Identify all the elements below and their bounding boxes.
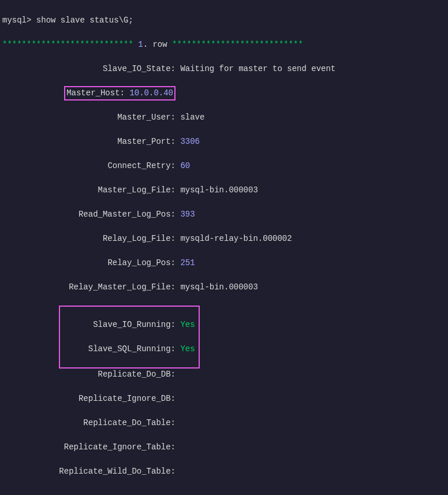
terminal-pane-1[interactable]: mysql> show slave status\G; ************… xyxy=(0,0,448,495)
highlight-slave-running-block: Slave_IO_Running: Yes Slave_SQL_Running:… xyxy=(59,306,200,369)
kv-slave-io-state: Slave_IO_State: Waiting for master to se… xyxy=(2,63,446,75)
row-label: . row xyxy=(143,40,167,49)
mysql-prompt: mysql> xyxy=(2,16,31,25)
kv-master-host: Master_Host: 10.0.0.40 xyxy=(2,87,446,99)
kv-relay-log-file: Relay_Log_File: mysqld-relay-bin.000002 xyxy=(2,233,446,245)
kv-replicate-wild-do-table: Replicate_Wild_Do_Table: xyxy=(2,466,446,478)
kv-master-log-file: Master_Log_File: mysql-bin.000003 xyxy=(2,184,446,196)
kv-connect-retry: Connect_Retry: 60 xyxy=(2,160,446,172)
prompt-line: mysql> show slave status\G; xyxy=(2,14,446,27)
highlight-master-host: Master_Host: 10.0.0.40 xyxy=(64,86,176,101)
kv-replicate-ignore-table: Replicate_Ignore_Table: xyxy=(2,441,446,453)
kv-master-port: Master_Port: 3306 xyxy=(2,136,446,148)
command-text: show slave status\G; xyxy=(36,16,133,25)
stars-left: *************************** xyxy=(2,40,133,49)
kv-read-master-log-pos: Read_Master_Log_Pos: 393 xyxy=(2,209,446,221)
kv-replicate-do-db: Replicate_Do_DB: xyxy=(2,369,446,381)
row-number: 1 xyxy=(138,40,143,49)
kv-master-user: Master_User: slave xyxy=(2,111,446,124)
kv-replicate-ignore-db: Replicate_Ignore_DB: xyxy=(2,393,446,405)
kv-slave-io-running: Slave_IO_Running: Yes xyxy=(60,319,195,331)
kv-relay-log-pos: Relay_Log_Pos: 251 xyxy=(2,257,446,269)
kv-replicate-do-table: Replicate_Do_Table: xyxy=(2,417,446,429)
kv-slave-sql-running: Slave_SQL_Running: Yes xyxy=(60,343,195,355)
stars-right: *************************** xyxy=(172,40,303,49)
row-header: *************************** 1. row *****… xyxy=(2,39,446,51)
kv-relay-master-log-file: Relay_Master_Log_File: mysql-bin.000003 xyxy=(2,281,446,293)
